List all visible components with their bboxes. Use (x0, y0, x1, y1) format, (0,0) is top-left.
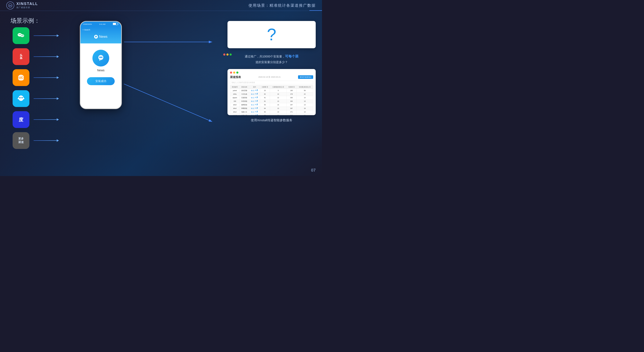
table-row: dhu2 地推小王 编 运 ⬆ 🗐 62 11 312 11 (230, 114, 313, 115)
header-title: 使用场景：精准统计各渠道推广数据 (248, 3, 316, 8)
app-icon-wechat (12, 27, 30, 44)
arrow-toutiao (34, 56, 59, 57)
arrow-baidu (34, 119, 59, 120)
apps-column: 头条 UC (12, 27, 59, 149)
window-dots-table (230, 72, 313, 74)
svg-point-15 (23, 98, 24, 99)
app-icon-baidu: 度 (12, 111, 30, 128)
svg-marker-21 (95, 37, 96, 38)
phone-app-icon-large (92, 50, 109, 66)
table-header: 渠道报表 2020-02-19 至 2020-03-21 复制外链接地址 (230, 75, 313, 79)
col-reg-p: 注册量(精准后) ⑤ (270, 85, 286, 89)
window-dots-top (223, 53, 232, 56)
phone-mockup: OSDESIGN 9:41 AM < Search News (80, 21, 122, 109)
install-success-btn[interactable]: 安装成功 (87, 77, 115, 85)
question-panel: ? (228, 21, 316, 48)
phone-back-btn[interactable]: < Search (82, 29, 90, 31)
table-dot-green (236, 72, 238, 74)
table-row: zhihu 今日头条 编 运 ⬆ 🗐 62 14 278 22 (230, 92, 313, 96)
table-row: dhu3 地推小王 编 运 ⬆ 🗐 63 13 271 13 (230, 110, 313, 114)
dot-red (223, 53, 226, 56)
arrow-wechat (34, 35, 59, 36)
phone-time: 9:41 AM (99, 23, 105, 25)
app-item-uc: UC (12, 69, 59, 86)
table-row: dhu4 哔哩渠道 编 运 ⬆ 🗐 64 13 287 18 (230, 107, 313, 110)
app-icon-uc: UC (12, 69, 30, 86)
phone-news-label: News (99, 35, 107, 39)
arrow-qq (34, 98, 59, 99)
dot-green (230, 53, 232, 56)
logo-icon: SX (6, 1, 14, 9)
phone-carrier: OSDESIGN (83, 23, 92, 25)
svg-point-24 (99, 57, 100, 58)
table-search-box[interactable]: 请输入人员编号或渠道名称搜索 (230, 81, 313, 84)
phone-app-title: News (94, 35, 107, 39)
logo-text-area: XINSTALL 推广赋能专家 (16, 2, 38, 9)
app-item-more: 更多渠道 (12, 132, 59, 149)
table-row: qiquan 百度渠道 编 运 ⬆ 🗐 91 12 330 14 (230, 96, 313, 99)
app-item-qq (12, 90, 59, 107)
table-date-range: 2020-02-19 至 2020-03-21 (258, 76, 280, 78)
arrow-more (34, 140, 59, 141)
logo-area: SX XINSTALL 推广赋能专家 (6, 1, 38, 9)
table-row: pctest 游试页面 编 运 ⬆ 🗐 23 5 165 58 (230, 89, 313, 92)
col-reg: 注册量 ⑤ (260, 85, 270, 89)
description-text: 通过推广，共10000个安装量，可每个渠 道的安装量分别是多少？ (228, 53, 316, 65)
table-dot-yellow (233, 72, 235, 74)
svg-point-25 (100, 57, 102, 58)
app-icon-toutiao: 头条 (12, 48, 30, 65)
page-number: 07 (311, 168, 316, 173)
table-row: dhu5 微博渠道 编 运 ⬆ 🗐 53 10 297 13 (230, 103, 313, 107)
table-copy-btn[interactable]: 复制外链接地址 (298, 75, 313, 79)
channel-table: 渠道编号 渠道名称 操作 注册量 ⑤ 注册量(精准后) ⑤ 安装量 ⑤ 安装量(… (230, 85, 313, 115)
dot-yellow (226, 53, 228, 56)
table-dot-red (230, 72, 232, 74)
phone-status-bar: OSDESIGN 9:41 AM (80, 22, 121, 27)
phone-battery (113, 23, 119, 26)
arrow-uc (34, 77, 59, 78)
section-title: 场景示例： (10, 17, 40, 25)
svg-point-3 (20, 34, 24, 37)
svg-text:SX: SX (9, 4, 12, 7)
svg-point-26 (102, 57, 102, 58)
app-item-toutiao: 头条 (12, 48, 59, 65)
question-mark: ? (267, 26, 276, 43)
table-row: 333 抖音渠道 编 运 ⬆ 🗐 61 13 330 13 (230, 99, 313, 103)
bottom-text: 使用Xinstall传递智能参数服务 (228, 118, 316, 122)
phone-app-name-label: News (97, 69, 104, 72)
col-id: 渠道编号 (230, 85, 240, 89)
desc-line2: 道的安装量分别是多少？ (228, 60, 316, 65)
app-item-baidu: 度 (12, 111, 59, 128)
svg-point-13 (22, 98, 22, 98)
svg-rect-19 (113, 23, 116, 25)
right-section: ? 通过推广，共10000个安装量，可每个渠 道的安装量分别是多少？ 渠道报表 … (228, 21, 316, 122)
app-icon-qq (12, 90, 30, 107)
svg-text:度: 度 (18, 117, 24, 122)
desc-line1: 通过推广，共10000个安装量，可每个渠 (228, 53, 316, 60)
svg-marker-23 (99, 60, 100, 61)
col-name: 渠道名称 (240, 85, 249, 89)
header: SX XINSTALL 推广赋能专家 使用场景：精准统计各渠道推广数据 (0, 0, 322, 11)
table-panel: 渠道报表 2020-02-19 至 2020-03-21 复制外链接地址 请输入… (228, 69, 316, 115)
svg-point-12 (20, 98, 20, 98)
phone-body: News 安装成功 (80, 43, 121, 89)
svg-point-5 (20, 34, 21, 35)
col-inst-p: 安装量(精准后) ⑤ (296, 85, 313, 89)
svg-rect-18 (118, 23, 118, 24)
svg-point-20 (95, 36, 97, 37)
svg-point-4 (19, 34, 20, 35)
svg-point-6 (21, 35, 22, 36)
table-title: 渠道报表 (230, 75, 241, 79)
svg-point-9 (18, 95, 24, 101)
svg-text:UC: UC (19, 76, 23, 79)
svg-point-7 (22, 35, 23, 36)
app-item-wechat (12, 27, 59, 44)
col-inst: 安装量 ⑤ (286, 85, 296, 89)
logo-main-text: XINSTALL (16, 2, 38, 6)
svg-point-14 (18, 98, 19, 99)
header-accent-line (310, 10, 322, 11)
app-icon-more: 更多渠道 (12, 132, 30, 149)
logo-sub-text: 推广赋能专家 (16, 6, 38, 9)
col-action: 操作 (249, 85, 260, 89)
